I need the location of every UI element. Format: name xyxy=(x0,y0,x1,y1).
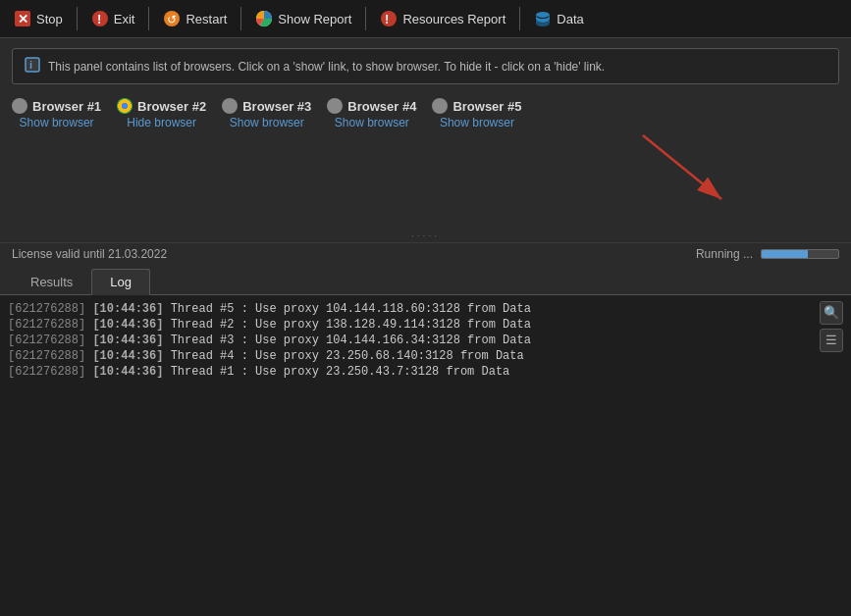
log-msg: Thread #4 : Use proxy 23.250.68.140:3128… xyxy=(163,349,523,363)
log-id: [621276288] xyxy=(8,365,85,379)
log-time: [10:44:36] xyxy=(92,318,163,332)
resources-report-button[interactable]: ! Resources Report xyxy=(372,6,513,31)
browser-item-1: Browser #1 Show browser xyxy=(12,98,101,129)
restart-button[interactable]: ↺ Restart xyxy=(155,6,235,31)
browser-4-icon xyxy=(327,98,343,114)
browser-4-link[interactable]: Show browser xyxy=(335,116,409,129)
browser-1-name: Browser #1 xyxy=(32,99,101,114)
log-line: [621276288] [10:44:36] Thread #1 : Use p… xyxy=(8,364,843,380)
separator-2 xyxy=(148,7,149,30)
search-log-button[interactable]: 🔍 xyxy=(820,301,843,325)
data-label: Data xyxy=(557,12,583,26)
stop-icon: ✕ xyxy=(14,10,31,27)
log-id: [621276288] xyxy=(8,349,85,363)
log-line: [621276288] [10:44:36] Thread #3 : Use p… xyxy=(8,333,843,348)
browser-5-link[interactable]: Show browser xyxy=(440,116,514,129)
log-msg: Thread #5 : Use proxy 104.144.118.60:312… xyxy=(163,302,530,316)
data-button[interactable]: Data xyxy=(526,6,591,31)
arrow-svg xyxy=(564,126,761,214)
browser-5-icon xyxy=(432,98,448,114)
browser-5-header: Browser #5 xyxy=(432,98,521,114)
show-report-label: Show Report xyxy=(278,12,351,26)
browser-2-name: Browser #2 xyxy=(137,99,206,114)
show-report-icon xyxy=(255,10,273,27)
browser-1-header: Browser #1 xyxy=(12,98,101,114)
log-icons: 🔍 ☰ xyxy=(820,301,843,352)
progress-bar-container xyxy=(761,249,839,259)
browser-1-link[interactable]: Show browser xyxy=(20,116,94,129)
log-time: [10:44:36] xyxy=(92,365,163,379)
data-icon xyxy=(534,10,552,27)
svg-text:!: ! xyxy=(385,12,389,26)
browser-2-link[interactable]: Hide browser xyxy=(127,116,196,129)
svg-text:↺: ↺ xyxy=(167,13,177,26)
svg-point-9 xyxy=(536,12,550,18)
separator-3 xyxy=(240,7,241,30)
tab-log[interactable]: Log xyxy=(91,269,150,295)
resources-report-icon: ! xyxy=(380,10,398,27)
log-entries: [621276288] [10:44:36] Thread #5 : Use p… xyxy=(8,301,843,380)
log-id: [621276288] xyxy=(8,302,85,316)
log-id: [621276288] xyxy=(8,318,85,332)
svg-text:!: ! xyxy=(97,12,101,26)
browser-1-icon xyxy=(12,98,27,114)
svg-text:✕: ✕ xyxy=(18,12,28,26)
tab-results[interactable]: Results xyxy=(12,269,91,294)
browser-item-3: Browser #3 Show browser xyxy=(222,98,311,129)
browser-item-5: Browser #5 Show browser xyxy=(432,98,521,129)
browser-2-header: Browser #2 xyxy=(117,98,206,114)
browser-item-2: Browser #2 Hide browser xyxy=(117,98,206,129)
browser-2-icon xyxy=(117,98,133,114)
browser-item-4: Browser #4 Show browser xyxy=(327,98,416,129)
exit-icon: ! xyxy=(91,10,109,27)
log-area[interactable]: 🔍 ☰ [621276288] [10:44:36] Thread #5 : U… xyxy=(0,295,851,616)
svg-line-13 xyxy=(643,135,721,199)
arrow-annotation xyxy=(12,135,839,224)
log-time: [10:44:36] xyxy=(92,302,163,316)
status-bar: License valid until 21.03.2022 Running .… xyxy=(0,242,851,265)
browser-3-link[interactable]: Show browser xyxy=(230,116,304,129)
show-report-button[interactable]: Show Report xyxy=(247,6,359,31)
exit-button[interactable]: ! Exit xyxy=(83,6,143,31)
running-section: Running ... xyxy=(696,247,839,261)
info-panel-text: This panel contains list of browsers. Cl… xyxy=(48,60,605,74)
log-line: [621276288] [10:44:36] Thread #2 : Use p… xyxy=(8,317,843,333)
toolbar: ✕ Stop ! Exit ↺ Restart xyxy=(0,0,851,38)
resources-report-label: Resources Report xyxy=(402,12,505,26)
log-id: [621276288] xyxy=(8,334,85,347)
exit-label: Exit xyxy=(114,12,135,26)
browser-5-name: Browser #5 xyxy=(452,99,521,114)
tabs-bar: Results Log xyxy=(0,265,851,295)
svg-text:i: i xyxy=(29,59,32,71)
log-msg: Thread #1 : Use proxy 23.250.43.7:3128 f… xyxy=(163,365,509,379)
separator-4 xyxy=(365,7,366,30)
separator-1 xyxy=(77,7,78,30)
menu-log-button[interactable]: ☰ xyxy=(820,329,843,352)
dots-separator: ..... xyxy=(0,224,851,242)
browser-3-icon xyxy=(222,98,238,114)
license-text: License valid until 21.03.2022 xyxy=(12,247,167,261)
browser-4-name: Browser #4 xyxy=(347,99,416,114)
separator-5 xyxy=(519,7,520,30)
restart-label: Restart xyxy=(186,12,227,26)
progress-bar-fill xyxy=(762,250,808,258)
running-text: Running ... xyxy=(696,247,753,261)
info-icon: i xyxy=(25,57,40,76)
log-time: [10:44:36] xyxy=(92,349,163,363)
log-line: [621276288] [10:44:36] Thread #5 : Use p… xyxy=(8,301,843,317)
main-content: i This panel contains list of browsers. … xyxy=(0,38,851,616)
log-msg: Thread #2 : Use proxy 138.128.49.114:312… xyxy=(163,318,530,332)
browser-4-header: Browser #4 xyxy=(327,98,416,114)
log-line: [621276288] [10:44:36] Thread #4 : Use p… xyxy=(8,348,843,364)
browser-3-name: Browser #3 xyxy=(242,99,311,114)
log-msg: Thread #3 : Use proxy 104.144.166.34:312… xyxy=(163,334,530,347)
browser-3-header: Browser #3 xyxy=(222,98,311,114)
info-panel: i This panel contains list of browsers. … xyxy=(12,48,839,84)
stop-label: Stop xyxy=(36,12,63,26)
log-time: [10:44:36] xyxy=(92,334,163,347)
stop-button[interactable]: ✕ Stop xyxy=(6,6,71,31)
restart-icon: ↺ xyxy=(163,10,181,27)
